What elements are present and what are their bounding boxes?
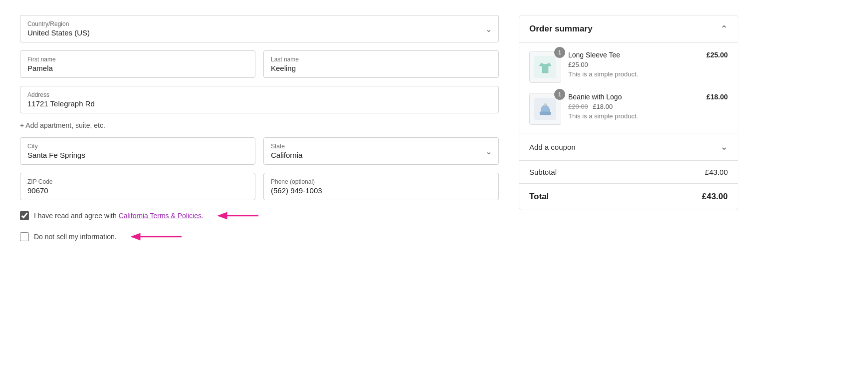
address-label: Address [27, 91, 491, 98]
city-group: City Santa Fe Springs [20, 137, 255, 165]
item2-badge: 1 [554, 89, 565, 100]
item2-details: Beanie with Logo £18.00 £20.00 £18.00 Th… [568, 93, 728, 125]
item1-details: Long Sleeve Tee £25.00 £25.00 This is a … [568, 51, 728, 83]
item2-name: Beanie with Logo [568, 93, 622, 101]
first-name-label: First name [27, 56, 248, 63]
zip-box: ZIP Code 90670 [20, 173, 255, 200]
first-name-value: Pamela [27, 64, 248, 72]
last-name-value: Keeling [271, 64, 491, 72]
order-summary-title: Order summary [529, 24, 593, 34]
total-label: Total [529, 192, 549, 202]
name-row: First name Pamela Last name Keeling [20, 50, 499, 78]
terms-link[interactable]: California Terms & Policies [119, 212, 202, 220]
zip-label: ZIP Code [27, 178, 248, 185]
city-state-row: City Santa Fe Springs State California ⌄ [20, 137, 499, 165]
item1-name-row: Long Sleeve Tee £25.00 [568, 51, 728, 59]
country-label: Country/Region [27, 20, 491, 27]
total-value: £43.00 [702, 192, 728, 202]
order-summary-section: Order summary ⌃ [519, 15, 738, 252]
state-group: State California ⌄ [263, 137, 499, 165]
order-panel: Order summary ⌃ [519, 15, 738, 210]
first-name-group: First name Pamela [20, 50, 255, 78]
item1-description: This is a simple product. [568, 70, 728, 78]
terms-checkbox-row: I have read and agree with California Te… [20, 210, 499, 221]
phone-group: Phone (optional) (562) 949-1003 [263, 173, 499, 200]
item1-badge: 1 [554, 47, 565, 58]
checkout-form: Country/Region United States (US) ⌄ Firs… [20, 15, 499, 252]
item1-price: £25.00 [706, 51, 728, 59]
item1-price-plain: £25.00 [568, 61, 588, 68]
country-select-wrapper: Country/Region United States (US) ⌄ [20, 15, 499, 42]
address-value: 11721 Telegraph Rd [27, 99, 491, 108]
item2-price: £18.00 [706, 93, 728, 101]
svg-rect-6 [540, 112, 551, 115]
coupon-section[interactable]: Add a coupon ⌄ [519, 133, 738, 161]
coupon-chevron-icon: ⌄ [720, 141, 728, 152]
terms-checkbox[interactable] [20, 211, 29, 220]
item1-name: Long Sleeve Tee [568, 51, 620, 59]
country-field-group: Country/Region United States (US) ⌄ [20, 15, 499, 42]
order-summary-chevron-icon: ⌃ [720, 23, 728, 34]
order-item-2: 1 Beanie with Logo £18.00 £20.00 £18.00 … [529, 93, 728, 125]
item2-description: This is a simple product. [568, 112, 728, 120]
last-name-box: Last name Keeling [263, 50, 499, 78]
zip-phone-row: ZIP Code 90670 Phone (optional) (562) 94… [20, 173, 499, 200]
zip-group: ZIP Code 90670 [20, 173, 255, 200]
address-group: Address 11721 Telegraph Rd [20, 86, 499, 113]
item2-price-row: £20.00 £18.00 [568, 103, 728, 110]
zip-value: 90670 [27, 186, 248, 195]
last-name-group: Last name Keeling [263, 50, 499, 78]
last-name-label: Last name [271, 56, 491, 63]
item1-image-wrapper: 1 [529, 51, 561, 83]
city-value: Santa Fe Springs [27, 151, 248, 159]
svg-rect-7 [544, 103, 547, 106]
country-field-box: Country/Region United States (US) [20, 15, 499, 42]
order-items-list: 1 Long Sleeve Tee £25.00 £25.00 This is … [519, 43, 738, 133]
address-box: Address 11721 Telegraph Rd [20, 86, 499, 113]
item1-price-row: £25.00 [568, 61, 728, 68]
subtotal-label: Subtotal [529, 168, 557, 176]
total-row: Total £43.00 [519, 184, 738, 210]
no-sell-label: Do not sell my information. [34, 233, 117, 241]
city-label: City [27, 143, 248, 150]
state-select-wrapper: State California ⌄ [263, 137, 499, 165]
city-box: City Santa Fe Springs [20, 137, 255, 165]
phone-label: Phone (optional) [271, 178, 491, 185]
order-item-1: 1 Long Sleeve Tee £25.00 £25.00 This is … [529, 51, 728, 83]
order-summary-header[interactable]: Order summary ⌃ [519, 15, 738, 43]
state-box: State California [263, 137, 499, 165]
coupon-label: Add a coupon [529, 143, 576, 151]
add-apartment-link[interactable]: + Add apartment, suite, etc. [20, 121, 105, 129]
item2-price-discounted: £18.00 [593, 103, 613, 110]
item2-image-wrapper: 1 [529, 93, 561, 125]
subtotal-row: Subtotal £43.00 [519, 161, 738, 184]
state-label: State [271, 143, 491, 150]
no-sell-checkbox-row: Do not sell my information. [20, 231, 499, 242]
terms-label: I have read and agree with California Te… [34, 212, 204, 220]
phone-box: Phone (optional) (562) 949-1003 [263, 173, 499, 200]
no-sell-checkbox[interactable] [20, 232, 29, 241]
item2-name-row: Beanie with Logo £18.00 [568, 93, 728, 101]
phone-value: (562) 949-1003 [271, 186, 491, 195]
item2-price-original: £20.00 [568, 103, 588, 110]
state-value: California [271, 151, 491, 159]
first-name-box: First name Pamela [20, 50, 255, 78]
no-sell-arrow-annotation [128, 231, 183, 242]
country-value: United States (US) [27, 28, 90, 37]
subtotal-value: £43.00 [705, 168, 728, 176]
terms-arrow-annotation [215, 210, 259, 221]
